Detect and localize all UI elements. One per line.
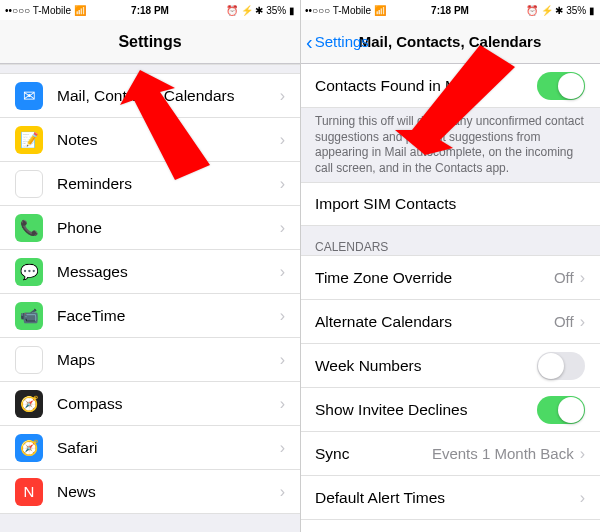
app-icon: 🧭 — [15, 434, 43, 462]
chevron-right-icon: › — [280, 395, 285, 413]
app-icon: 🗺 — [15, 346, 43, 374]
settings-row[interactable]: Alternate CalendarsOff› — [300, 300, 600, 344]
chevron-right-icon: › — [580, 489, 585, 507]
settings-row[interactable]: Time Zone OverrideOff› — [300, 256, 600, 300]
row-label: Alternate Calendars — [315, 313, 554, 331]
app-icon: 📹 — [15, 302, 43, 330]
chevron-right-icon: › — [580, 313, 585, 331]
settings-item[interactable]: 🗺Maps› — [0, 338, 300, 382]
right-pane: ••○○○ T-Mobile 📶 7:18 PM ⏰ ⚡ ✱ 35% ▮ ‹ S… — [300, 0, 600, 532]
status-bar: ••○○○ T-Mobile 📶 7:18 PM ⏰ ⚡ ✱ 35% ▮ — [0, 0, 300, 20]
settings-row[interactable]: Show Invitee Declines — [300, 388, 600, 432]
settings-row[interactable]: Start Week On› — [300, 520, 600, 532]
settings-item[interactable]: 💬Messages› — [0, 250, 300, 294]
row-label: Show Invitee Declines — [315, 401, 537, 419]
settings-item[interactable]: 🧭Safari› — [0, 426, 300, 470]
settings-item[interactable]: 🧭Compass› — [0, 382, 300, 426]
app-icon: N — [15, 478, 43, 506]
chevron-right-icon: › — [280, 219, 285, 237]
red-arrow — [120, 70, 250, 194]
back-button[interactable]: ‹ Settings — [306, 32, 369, 52]
app-icon: 📞 — [15, 214, 43, 242]
row-label: Compass — [57, 395, 280, 413]
row-label: Time Zone Override — [315, 269, 554, 287]
row-value: Off — [554, 313, 574, 330]
settings-row[interactable]: Default Alert Times› — [300, 476, 600, 520]
chevron-right-icon: › — [280, 87, 285, 105]
chevron-right-icon: › — [280, 439, 285, 457]
row-label: Messages — [57, 263, 280, 281]
row-label: Maps — [57, 351, 280, 369]
toggle[interactable] — [537, 352, 585, 380]
settings-item[interactable]: 📹FaceTime› — [0, 294, 300, 338]
app-icon: 💬 — [15, 258, 43, 286]
row-label: FaceTime — [57, 307, 280, 325]
toggle[interactable] — [537, 72, 585, 100]
toggle[interactable] — [537, 396, 585, 424]
chevron-right-icon: › — [580, 445, 585, 463]
svg-marker-0 — [120, 70, 210, 180]
chevron-right-icon: › — [280, 131, 285, 149]
chevron-right-icon: › — [280, 175, 285, 193]
settings-row[interactable]: SyncEvents 1 Month Back› — [300, 432, 600, 476]
row-label: News — [57, 483, 280, 501]
navbar-left: Settings — [0, 20, 300, 64]
row-label: Week Numbers — [315, 357, 537, 375]
row-label: Sync — [315, 445, 432, 463]
app-icon: ☑ — [15, 170, 43, 198]
row-label: Phone — [57, 219, 280, 237]
row-label: Default Alert Times — [315, 489, 580, 507]
svg-marker-1 — [395, 45, 515, 155]
app-icon: 📝 — [15, 126, 43, 154]
row-value: Events 1 Month Back — [432, 445, 574, 462]
chevron-right-icon: › — [580, 269, 585, 287]
status-bar: ••○○○ T-Mobile 📶 7:18 PM ⏰ ⚡ ✱ 35% ▮ — [300, 0, 600, 20]
chevron-right-icon: › — [280, 351, 285, 369]
settings-item[interactable]: 📞Phone› — [0, 206, 300, 250]
import-sim-contacts[interactable]: Import SIM Contacts — [300, 182, 600, 226]
red-arrow — [395, 45, 535, 164]
settings-row[interactable]: Week Numbers — [300, 344, 600, 388]
app-icon: 🧭 — [15, 390, 43, 418]
row-value: Off — [554, 269, 574, 286]
settings-item[interactable]: NNews› — [0, 470, 300, 514]
row-label: Safari — [57, 439, 280, 457]
chevron-right-icon: › — [280, 263, 285, 281]
chevron-left-icon: ‹ — [306, 32, 313, 52]
chevron-right-icon: › — [280, 483, 285, 501]
section-header-calendars: CALENDARS — [300, 226, 600, 256]
page-title: Settings — [118, 33, 181, 51]
app-icon: ✉ — [15, 82, 43, 110]
left-pane: ••○○○ T-Mobile 📶 7:18 PM ⏰ ⚡ ✱ 35% ▮ Set… — [0, 0, 300, 532]
chevron-right-icon: › — [280, 307, 285, 325]
